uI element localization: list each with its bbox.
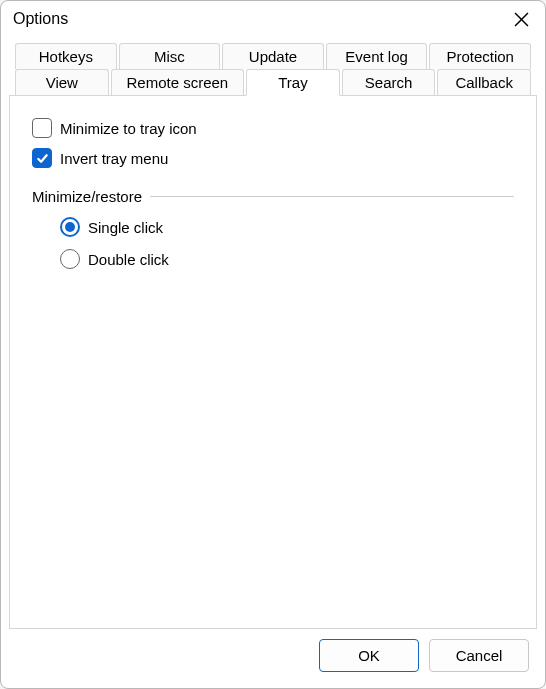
checkbox-box [32,118,52,138]
tab-protection[interactable]: Protection [429,43,531,69]
tab-callback[interactable]: Callback [437,69,531,96]
radio-label: Double click [88,251,169,268]
radio-circle [60,249,80,269]
tab-tray[interactable]: Tray [246,69,340,96]
tray-panel: Minimize to tray icon Invert tray menu M… [9,95,537,629]
window-title: Options [13,10,507,28]
single-click-radio[interactable]: Single click [60,217,514,237]
tab-view[interactable]: View [15,69,109,96]
tab-search[interactable]: Search [342,69,436,96]
titlebar: Options [1,1,545,37]
minimize-restore-group: Minimize/restore [32,188,514,205]
tab-hotkeys[interactable]: Hotkeys [15,43,117,69]
double-click-radio[interactable]: Double click [60,249,514,269]
group-label: Minimize/restore [32,188,142,205]
cancel-button[interactable]: Cancel [429,639,529,672]
ok-button[interactable]: OK [319,639,419,672]
invert-tray-menu-checkbox[interactable]: Invert tray menu [32,148,514,168]
group-divider [150,196,514,197]
dialog-footer: OK Cancel [9,629,537,680]
checkbox-box [32,148,52,168]
close-button[interactable] [507,5,535,33]
tab-update[interactable]: Update [222,43,324,69]
checkbox-label: Invert tray menu [60,150,168,167]
options-window: Options Hotkeys Misc Update Event log Pr… [0,0,546,689]
radio-label: Single click [88,219,163,236]
radio-dot-icon [65,222,75,232]
checkbox-label: Minimize to tray icon [60,120,197,137]
tab-strip: Hotkeys Misc Update Event log Protection… [9,43,537,96]
radio-circle [60,217,80,237]
tab-row-2: View Remote screen Tray Search Callback [9,69,537,96]
tab-event-log[interactable]: Event log [326,43,428,69]
tab-remote-screen[interactable]: Remote screen [111,69,244,96]
minimize-to-tray-checkbox[interactable]: Minimize to tray icon [32,118,514,138]
checkmark-icon [36,152,49,165]
body-area: Hotkeys Misc Update Event log Protection… [1,37,545,688]
close-icon [514,12,529,27]
tab-row-1: Hotkeys Misc Update Event log Protection [9,43,537,69]
tab-misc[interactable]: Misc [119,43,221,69]
